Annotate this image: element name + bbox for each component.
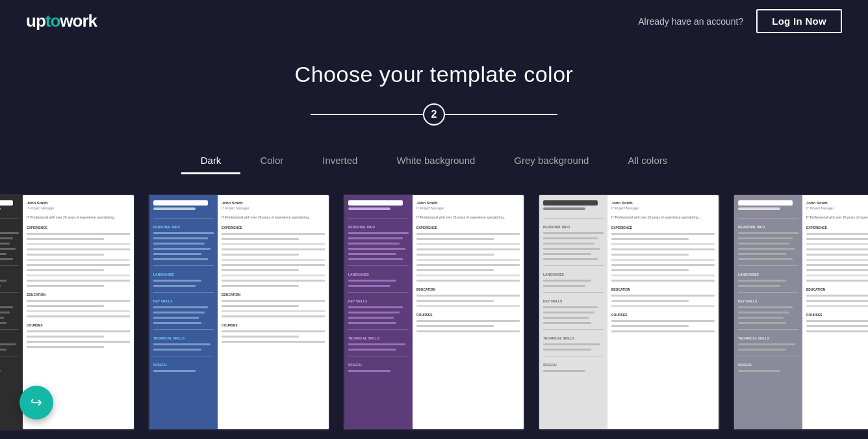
exp-line <box>416 274 520 276</box>
info-line <box>348 237 403 239</box>
education-title: Education <box>611 287 715 291</box>
tab-white[interactable]: White background <box>377 148 494 174</box>
lang-line <box>0 280 6 282</box>
exp-line <box>806 274 868 276</box>
resume-preview-grey: Personal Info Languages Key skills <box>734 195 868 429</box>
resume-left-color: Personal Info Languages Key skills <box>149 195 218 429</box>
exp-line <box>806 238 868 240</box>
skill-line <box>348 306 403 308</box>
edu-line <box>222 305 299 307</box>
tech-line <box>0 349 6 351</box>
divider <box>738 356 798 356</box>
divider <box>348 265 409 266</box>
divider <box>738 329 798 330</box>
summary-text: IT Professional with over 26 years of ex… <box>27 215 130 220</box>
lang-line <box>348 280 396 282</box>
summary-text: IT Professional with over 26 years of ex… <box>611 215 715 220</box>
section-speech: Speech <box>0 363 19 367</box>
resume-left-dark: Personal Info Languages Key skills <box>0 195 23 429</box>
edu-line <box>416 295 520 297</box>
logo[interactable]: uptowork <box>26 11 97 31</box>
skill-line <box>543 322 591 324</box>
exp-line <box>611 259 715 261</box>
divider <box>0 329 19 330</box>
exp-line <box>611 254 689 256</box>
course-line <box>611 320 715 322</box>
resume-right-grey: John SmithIT Project Manager IT Professi… <box>802 195 868 429</box>
exp-line <box>806 269 868 271</box>
exp-line <box>416 238 494 240</box>
header: uptowork Already have an account? Log In… <box>0 0 868 42</box>
info-line <box>348 232 409 234</box>
tab-nav: Dark Color Inverted White background Gre… <box>109 148 759 174</box>
resume-right-inverted: John SmithIT Project Manager IT Professi… <box>413 195 524 429</box>
section-personal: Personal Info <box>543 225 604 229</box>
section-speech: Speech <box>738 363 798 367</box>
course-line <box>416 330 520 332</box>
name-block <box>153 200 214 211</box>
course-line <box>27 330 130 332</box>
edu-line <box>27 315 130 317</box>
section-technical: Technical skills <box>348 336 409 340</box>
summary-text: IT Professional with over 26 years of ex… <box>806 215 868 220</box>
tech-line <box>543 343 600 345</box>
edu-line <box>27 310 130 312</box>
tab-color[interactable]: Color <box>240 148 303 174</box>
section-skills: Key skills <box>153 299 214 303</box>
exp-line <box>416 259 520 261</box>
back-button[interactable]: ↩ <box>19 386 53 419</box>
speech-line <box>738 370 780 372</box>
template-card-color[interactable]: Personal Info Languages Key skills <box>148 194 330 431</box>
resume-preview-color: Personal Info Languages Key skills <box>149 195 329 429</box>
progress-line-right <box>445 114 557 115</box>
divider <box>348 329 409 330</box>
divider <box>543 292 604 293</box>
skill-line <box>153 312 205 313</box>
template-card-inverted[interactable]: Personal Info Languages Key skills <box>343 194 525 431</box>
course-line <box>416 325 494 327</box>
experience-title: Experience <box>27 226 130 230</box>
section-languages: Languages <box>153 273 214 276</box>
exp-line <box>222 238 299 240</box>
tech-line <box>153 343 211 345</box>
course-line <box>611 330 715 332</box>
course-line <box>222 336 299 338</box>
divider <box>348 218 409 219</box>
exp-line <box>806 264 868 266</box>
course-line <box>222 341 325 343</box>
skill-line <box>0 322 6 324</box>
info-line <box>0 243 10 245</box>
tab-dark[interactable]: Dark <box>181 148 241 174</box>
resume-left-white: Personal Info Languages Key skills <box>539 195 607 429</box>
tab-grey[interactable]: Grey background <box>494 148 608 174</box>
exp-line <box>27 269 104 271</box>
section-speech: Speech <box>153 363 214 367</box>
resume-right-color: John SmithIT Project Manager IT Professi… <box>218 195 329 429</box>
divider <box>153 329 214 330</box>
info-line <box>0 258 13 260</box>
info-line <box>543 258 598 260</box>
info-line <box>348 248 405 250</box>
edu-line <box>416 305 520 307</box>
info-line <box>543 243 594 245</box>
tab-inverted[interactable]: Inverted <box>303 148 377 174</box>
progress-bar: 2 <box>311 103 557 126</box>
john-smith-name: John SmithIT Project Manager <box>222 200 325 211</box>
resume-right-white: John SmithIT Project Manager IT Professi… <box>607 195 719 429</box>
resume-preview-inverted: Personal Info Languages Key skills <box>344 195 524 429</box>
info-line <box>153 232 214 234</box>
tab-all[interactable]: All colors <box>608 148 687 174</box>
education-title: Education <box>416 287 520 291</box>
info-line <box>543 248 600 250</box>
divider <box>543 265 604 266</box>
login-button[interactable]: Log In Now <box>756 9 842 33</box>
course-line <box>27 346 104 348</box>
exp-line <box>222 248 325 250</box>
section-skills: Key skills <box>348 299 409 303</box>
exp-line <box>222 274 325 276</box>
template-card-grey[interactable]: Personal Info Languages Key skills <box>733 194 868 431</box>
template-card-dark[interactable]: Personal Info Languages Key skills <box>0 194 135 431</box>
speech-line <box>543 370 585 372</box>
resume-left-inverted: Personal Info Languages Key skills <box>344 195 413 429</box>
template-card-white[interactable]: Personal Info Languages Key skills <box>538 194 720 431</box>
